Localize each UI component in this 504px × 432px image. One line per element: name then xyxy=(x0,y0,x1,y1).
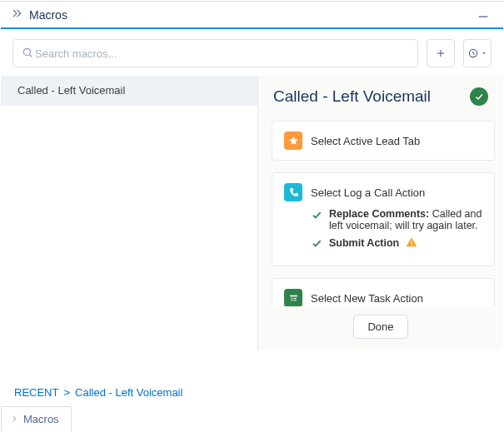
footer-tab[interactable]: Macros xyxy=(1,406,72,431)
phone-icon xyxy=(284,183,302,201)
breadcrumb: RECENT > Called - Left Voicemail xyxy=(1,378,503,406)
search-icon xyxy=(22,47,33,61)
panel-header: Macros xyxy=(1,1,503,27)
svg-rect-7 xyxy=(411,245,412,246)
footer-tab-label: Macros xyxy=(23,413,59,425)
success-badge-icon xyxy=(470,87,488,106)
macros-panel: Macros Called - Left Voicemail Called xyxy=(0,0,504,432)
action-card-title: Select New Task Action xyxy=(311,292,423,305)
check-icon xyxy=(311,209,322,221)
done-bar: Done xyxy=(258,306,503,350)
macro-detail: Called - Left Voicemail Select Active Le… xyxy=(257,76,503,350)
warning-icon xyxy=(406,236,417,251)
breadcrumb-sep: > xyxy=(63,386,70,399)
add-button[interactable] xyxy=(427,39,455,67)
search-input-wrapper[interactable] xyxy=(12,39,418,67)
star-icon xyxy=(284,132,302,150)
check-icon xyxy=(311,237,322,249)
action-card-head: Select Log a Call Action xyxy=(284,183,482,201)
collapse-icon[interactable] xyxy=(11,7,22,22)
task-icon xyxy=(284,289,302,306)
action-card-head: Select New Task Action xyxy=(284,289,482,306)
action-card-title: Select Log a Call Action xyxy=(311,186,425,199)
panel-title: Macros xyxy=(29,8,67,22)
action-step: Submit Action xyxy=(311,236,482,256)
detail-header: Called - Left Voicemail xyxy=(258,76,503,121)
done-button[interactable]: Done xyxy=(353,315,407,339)
toolbar xyxy=(1,29,503,76)
detail-title: Called - Left Voicemail xyxy=(273,87,470,106)
detail-scroll[interactable]: Select Active Lead Tab Select Log a Call… xyxy=(258,121,503,306)
minimize-icon[interactable] xyxy=(473,7,493,22)
macro-list-item-selected[interactable]: Called - Left Voicemail xyxy=(1,76,257,106)
chevron-right-icon xyxy=(10,413,18,425)
breadcrumb-current[interactable]: Called - Left Voicemail xyxy=(75,386,182,399)
action-steps: Replace Comments: Called and left voicem… xyxy=(311,208,482,256)
svg-point-1 xyxy=(23,48,30,55)
action-card-head: Select Active Lead Tab xyxy=(284,132,482,150)
svg-line-2 xyxy=(30,54,32,57)
step-label: Submit Action xyxy=(329,237,399,249)
svg-rect-6 xyxy=(411,241,412,244)
macro-list: Called - Left Voicemail xyxy=(1,76,257,350)
breadcrumb-root[interactable]: RECENT xyxy=(14,386,58,399)
action-card: Select Active Lead Tab xyxy=(272,121,495,161)
content-split: Called - Left Voicemail Called - Left Vo… xyxy=(1,76,503,350)
action-step: Replace Comments: Called and left voicem… xyxy=(311,208,482,236)
search-input[interactable] xyxy=(33,47,409,61)
action-card: Select Log a Call Action Replace Comment… xyxy=(272,172,495,266)
action-card: Select New Task Action Set Subject: Foll… xyxy=(272,278,495,306)
recent-button[interactable] xyxy=(463,39,492,67)
action-card-title: Select Active Lead Tab xyxy=(311,135,420,147)
step-label: Replace Comments: xyxy=(329,208,429,220)
